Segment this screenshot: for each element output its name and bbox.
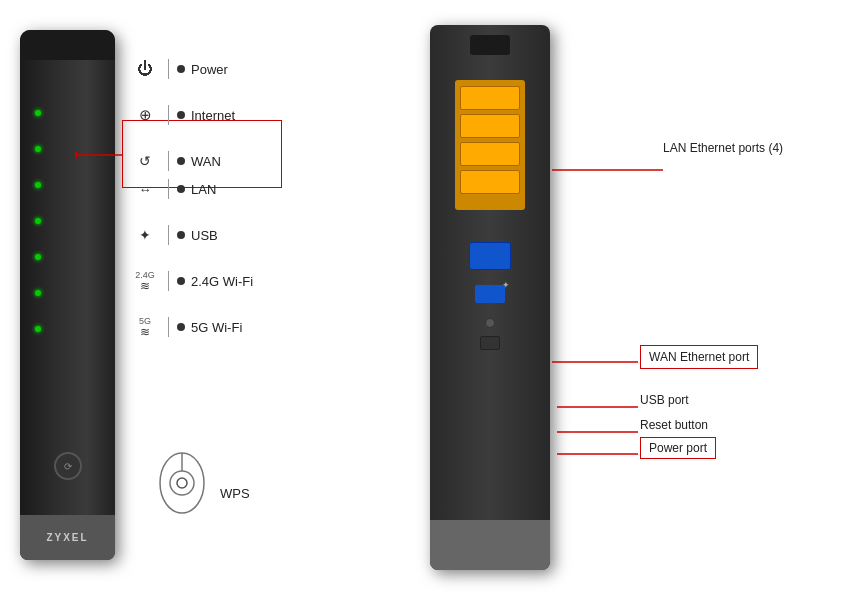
wifi24-row: 2.4G ≋ 2.4G Wi-Fi <box>130 267 253 295</box>
divider <box>168 105 169 125</box>
divider <box>168 271 169 291</box>
led-power <box>35 110 41 116</box>
led-strip <box>35 110 41 332</box>
wifi24-label: 2.4G Wi-Fi <box>191 274 253 289</box>
led-labels-panel: ⏻ Power ⊕ Internet ↺ WAN ↔ <box>130 55 253 359</box>
divider <box>168 59 169 79</box>
power-icon: ⏻ <box>130 55 160 83</box>
wan-port <box>469 242 511 270</box>
eth-port-1 <box>460 86 520 110</box>
eth-port-4 <box>460 170 520 194</box>
right-panel: ✦ LAN Ethernet ports (4) WAN Ethernet po… <box>420 0 844 601</box>
lan-icon: ↔ <box>130 175 160 203</box>
wan-indicator <box>177 157 185 165</box>
main-container: ⟳ ZYXEL ⏻ Power ⊕ Internet <box>0 0 844 601</box>
led-wifi24 <box>35 290 41 296</box>
svg-point-1 <box>170 471 194 495</box>
router-front-body: ⟳ ZYXEL <box>20 30 115 560</box>
lan-ports-group <box>455 80 525 210</box>
wps-symbol-svg <box>155 448 210 518</box>
lan-annotation-label: LAN Ethernet ports (4) <box>663 140 783 157</box>
wps-label: WPS <box>220 486 250 501</box>
usb-arrow-svg <box>555 400 640 415</box>
lan-arrow-svg <box>550 155 665 185</box>
led-usb <box>35 254 41 260</box>
power-arrow-svg <box>555 447 640 462</box>
lan-indicator <box>177 185 185 193</box>
wan-annotation-box: WAN Ethernet port <box>640 345 758 369</box>
internet-indicator <box>177 111 185 119</box>
wifi5-icon: 5G ≋ <box>130 313 160 341</box>
wps-section <box>155 448 210 521</box>
internet-label: Internet <box>191 108 235 123</box>
led-lan <box>35 218 41 224</box>
power-label: Power <box>191 62 228 77</box>
usb-icon: ✦ <box>130 221 160 249</box>
brand-logo: ZYXEL <box>46 532 88 543</box>
eth-port-2 <box>460 114 520 138</box>
usb-annotation-label: USB port <box>640 393 689 407</box>
reset-button-port <box>485 318 495 328</box>
reset-annotation-label: Reset button <box>640 418 708 432</box>
wan-arrow-svg <box>550 355 640 370</box>
top-notch <box>470 35 510 55</box>
usb-port <box>475 285 505 303</box>
usb-label: USB <box>191 228 218 243</box>
usb-indicator <box>177 231 185 239</box>
usb-row: ✦ USB <box>130 221 253 249</box>
internet-icon: ⊕ <box>130 101 160 129</box>
divider <box>168 179 169 199</box>
eth-port-3 <box>460 142 520 166</box>
router-back-body: ✦ <box>430 25 550 570</box>
router-bottom: ZYXEL <box>20 515 115 560</box>
led-internet <box>35 146 41 152</box>
divider <box>168 225 169 245</box>
divider <box>168 317 169 337</box>
wan-row: ↺ WAN <box>130 147 253 175</box>
wps-button-front[interactable]: ⟳ <box>54 452 82 480</box>
led-wifi5 <box>35 326 41 332</box>
reset-arrow-svg <box>555 425 640 440</box>
power-port <box>480 336 500 350</box>
wifi24-indicator <box>177 277 185 285</box>
internet-row: ⊕ Internet <box>130 101 253 129</box>
power-indicator <box>177 65 185 73</box>
wifi5-indicator <box>177 323 185 331</box>
wifi24-icon: 2.4G ≋ <box>130 267 160 295</box>
wan-icon: ↺ <box>130 147 160 175</box>
power-annotation-box: Power port <box>640 437 716 459</box>
left-panel: ⟳ ZYXEL ⏻ Power ⊕ Internet <box>0 0 420 601</box>
led-wan <box>35 182 41 188</box>
lan-row: ↔ LAN <box>130 175 253 203</box>
usb-symbol: ✦ <box>502 280 510 290</box>
wifi5-row: 5G ≋ 5G Wi-Fi <box>130 313 253 341</box>
wifi5-label: 5G Wi-Fi <box>191 320 242 335</box>
lan-label: LAN <box>191 182 216 197</box>
wan-label: WAN <box>191 154 221 169</box>
router-top <box>20 30 115 60</box>
divider <box>168 151 169 171</box>
power-row: ⏻ Power <box>130 55 253 83</box>
svg-point-2 <box>177 478 187 488</box>
router-back-bottom <box>430 520 550 570</box>
lan-ports-block <box>455 80 525 210</box>
